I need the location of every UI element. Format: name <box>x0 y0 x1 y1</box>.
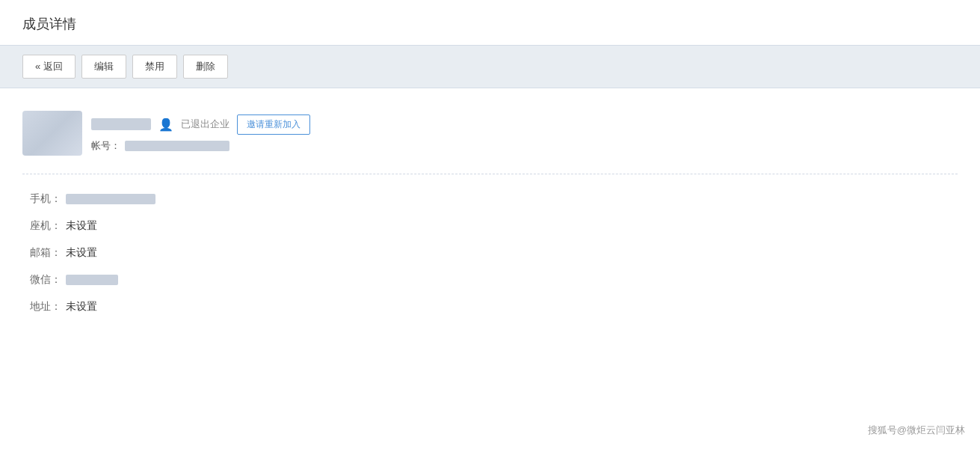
edit-button[interactable]: 编辑 <box>81 55 126 79</box>
account-value-blurred <box>125 141 229 151</box>
field-row-address: 地址： 未设置 <box>30 300 958 314</box>
disable-button[interactable]: 禁用 <box>132 55 177 79</box>
email-value: 未设置 <box>66 246 97 260</box>
wechat-value-blurred <box>66 275 118 285</box>
field-row-landline: 座机： 未设置 <box>30 219 958 233</box>
back-button[interactable]: « 返回 <box>22 55 75 79</box>
member-header: 👤 已退出企业 邀请重新加入 帐号： <box>22 111 958 156</box>
field-row-phone: 手机： <box>30 192 958 206</box>
section-divider <box>22 174 958 174</box>
detail-fields: 手机： 座机： 未设置 邮箱： 未设置 微信： 地址： 未设置 <box>22 192 958 314</box>
content-area: 👤 已退出企业 邀请重新加入 帐号： 手机： 座机： 未设置 邮箱： 未设置 微… <box>0 88 980 336</box>
wechat-label: 微信： <box>30 273 61 287</box>
member-name-row: 👤 已退出企业 邀请重新加入 <box>91 114 310 135</box>
account-row: 帐号： <box>91 139 310 153</box>
email-label: 邮箱： <box>30 246 61 260</box>
page-title: 成员详情 <box>0 0 980 45</box>
user-icon: 👤 <box>158 117 173 132</box>
address-label: 地址： <box>30 300 61 314</box>
watermark: 搜狐号@微炬云闫亚林 <box>868 424 965 437</box>
toolbar: « 返回 编辑 禁用 删除 <box>0 45 980 88</box>
member-name-blurred <box>91 118 151 130</box>
avatar <box>22 111 82 156</box>
account-label: 帐号： <box>91 139 120 153</box>
member-info-block: 👤 已退出企业 邀请重新加入 帐号： <box>91 114 310 153</box>
landline-value: 未设置 <box>66 219 97 233</box>
field-row-wechat: 微信： <box>30 273 958 287</box>
address-value: 未设置 <box>66 300 97 314</box>
field-row-email: 邮箱： 未设置 <box>30 246 958 260</box>
phone-value-blurred <box>66 194 155 204</box>
delete-button[interactable]: 删除 <box>183 55 228 79</box>
landline-label: 座机： <box>30 219 61 233</box>
invite-rejoin-button[interactable]: 邀请重新加入 <box>237 114 310 135</box>
status-badge: 已退出企业 <box>181 117 229 131</box>
phone-label: 手机： <box>30 192 61 206</box>
